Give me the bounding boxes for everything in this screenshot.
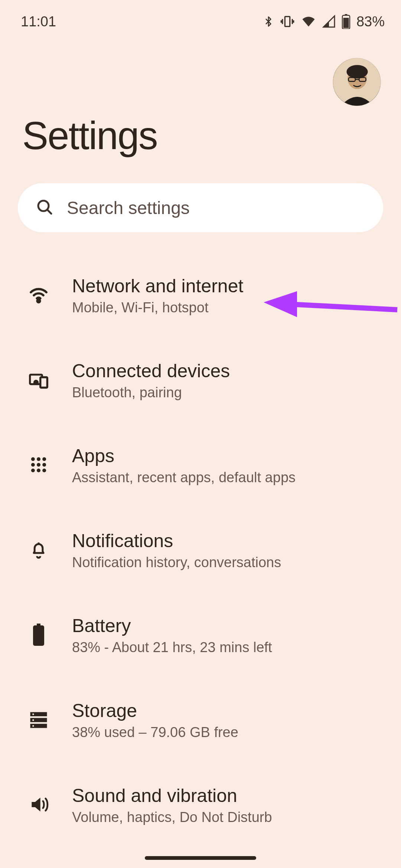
item-title: Network and internet <box>72 275 389 297</box>
item-subtitle: 83% - About 21 hrs, 23 mins left <box>72 640 389 655</box>
item-network-internet[interactable]: Network and internet Mobile, Wi-Fi, hots… <box>0 253 401 338</box>
status-bar: 11:01 83% <box>0 0 401 33</box>
item-title: Apps <box>72 445 389 467</box>
search-bar[interactable]: Search settings <box>18 183 383 232</box>
svg-point-32 <box>32 713 34 715</box>
volume-icon <box>28 794 49 816</box>
item-subtitle: Mobile, Wi-Fi, hotspot <box>72 300 389 316</box>
storage-icon <box>29 710 49 731</box>
bell-icon <box>29 540 48 561</box>
item-title: Storage <box>72 700 389 721</box>
item-storage[interactable]: Storage 38% used – 79.06 GB free <box>0 678 401 763</box>
svg-rect-3 <box>343 18 349 28</box>
item-subtitle: Volume, haptics, Do Not Disturb <box>72 809 389 825</box>
item-battery[interactable]: Battery 83% - About 21 hrs, 23 mins left <box>0 593 401 678</box>
svg-point-24 <box>37 468 40 472</box>
svg-rect-2 <box>345 14 348 15</box>
svg-point-33 <box>32 719 34 721</box>
apps-icon <box>29 455 48 476</box>
svg-rect-14 <box>40 377 48 388</box>
item-title: Notifications <box>72 530 389 552</box>
svg-point-6 <box>346 65 368 78</box>
item-sound-vibration[interactable]: Sound and vibration Volume, haptics, Do … <box>0 763 401 848</box>
svg-point-17 <box>31 457 35 461</box>
item-subtitle: 38% used – 79.06 GB free <box>72 724 389 740</box>
page-title: Settings <box>0 106 401 158</box>
item-connected-devices[interactable]: Connected devices Bluetooth, pairing <box>0 338 401 423</box>
signal-icon <box>322 15 336 28</box>
battery-icon <box>342 14 351 29</box>
item-notifications[interactable]: Notifications Notification history, conv… <box>0 508 401 593</box>
svg-point-12 <box>37 299 40 302</box>
svg-point-22 <box>42 463 46 467</box>
settings-list: Network and internet Mobile, Wi-Fi, hots… <box>0 232 401 848</box>
profile-avatar[interactable] <box>333 58 381 106</box>
svg-rect-28 <box>33 625 44 646</box>
gesture-nav-bar[interactable] <box>145 856 256 860</box>
svg-rect-0 <box>285 17 290 27</box>
item-subtitle: Bluetooth, pairing <box>72 385 389 401</box>
svg-point-16 <box>34 381 38 384</box>
svg-point-18 <box>37 457 40 461</box>
search-icon <box>36 198 53 217</box>
search-placeholder: Search settings <box>67 198 190 218</box>
wifi-icon <box>28 285 49 307</box>
item-subtitle: Notification history, conversations <box>72 555 389 571</box>
devices-icon <box>28 369 49 392</box>
vibrate-icon <box>280 14 295 29</box>
svg-point-25 <box>42 468 46 472</box>
battery-icon <box>31 624 46 647</box>
svg-point-34 <box>32 725 34 727</box>
item-subtitle: Assistant, recent apps, default apps <box>72 470 389 486</box>
svg-rect-27 <box>37 624 40 625</box>
item-title: Sound and vibration <box>72 785 389 806</box>
svg-line-11 <box>48 210 51 214</box>
status-time: 11:01 <box>21 14 56 30</box>
battery-percentage: 83% <box>356 14 385 30</box>
item-title: Battery <box>72 615 389 637</box>
svg-point-19 <box>42 457 46 461</box>
item-apps[interactable]: Apps Assistant, recent apps, default app… <box>0 423 401 508</box>
item-title: Connected devices <box>72 360 389 382</box>
svg-point-21 <box>37 463 40 467</box>
svg-point-23 <box>31 468 35 472</box>
svg-point-20 <box>31 463 35 467</box>
status-icons: 83% <box>263 14 385 30</box>
bluetooth-icon <box>263 14 274 29</box>
wifi-icon <box>301 15 316 28</box>
